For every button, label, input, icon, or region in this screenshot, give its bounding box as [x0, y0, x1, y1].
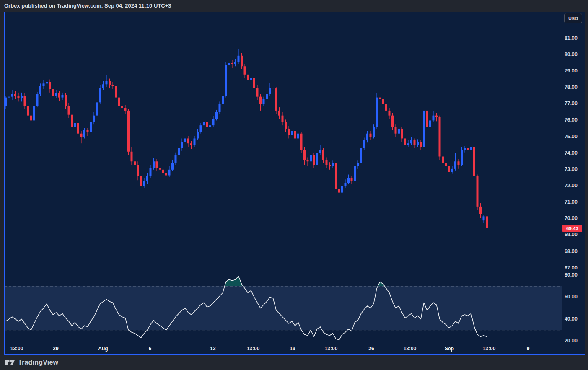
candle-down	[395, 127, 397, 134]
candle-down	[303, 150, 306, 160]
price-tick-label: 73.00	[565, 166, 578, 172]
candle-up	[470, 147, 472, 150]
candle-up	[8, 97, 10, 98]
candle-up	[106, 81, 108, 84]
candle-up	[178, 148, 180, 155]
candle-down	[80, 134, 83, 137]
candle-up	[197, 132, 199, 139]
candle-up	[357, 163, 359, 166]
candle-up	[11, 94, 13, 97]
candle-down	[159, 168, 161, 170]
candle-up	[464, 148, 466, 150]
candle-up	[366, 134, 368, 140]
candle-up	[354, 166, 356, 181]
candle-down	[253, 78, 255, 88]
candle-down	[282, 116, 284, 122]
candle-up	[143, 181, 145, 186]
candle-down	[435, 116, 438, 117]
candle-up	[297, 134, 299, 139]
time-label: Sep	[445, 346, 454, 352]
candle-down	[165, 173, 167, 176]
candle-up	[423, 111, 425, 147]
candle-down	[162, 170, 164, 173]
time-label: 9	[527, 346, 530, 352]
candle-down	[65, 95, 67, 106]
candle-up	[407, 143, 409, 145]
candle-up	[36, 94, 39, 106]
candle-up	[310, 155, 312, 162]
candle-up	[225, 65, 227, 96]
candle-down	[52, 89, 54, 96]
rsi-tick-label: 60.00	[565, 294, 578, 300]
candle-down	[24, 96, 26, 106]
candle-up	[410, 140, 412, 143]
time-label: 19	[290, 346, 295, 352]
candle-down	[389, 111, 391, 116]
candle-up	[62, 95, 64, 98]
candle-up	[429, 120, 431, 127]
candle-up	[250, 78, 252, 80]
candle-up	[150, 168, 152, 176]
candle-down	[370, 134, 372, 137]
candle-down	[140, 176, 142, 186]
candle-down	[385, 104, 387, 111]
price-tick-label: 68.00	[565, 248, 578, 254]
candle-down	[414, 140, 416, 145]
price-tick-label: 79.00	[565, 68, 578, 74]
candle-down	[134, 161, 136, 165]
candle-down	[156, 161, 158, 168]
time-label: 26	[368, 346, 374, 352]
candle-up	[332, 163, 334, 166]
candle-down	[58, 93, 60, 98]
candle-down	[391, 116, 394, 127]
candle-down	[68, 106, 70, 115]
candle-up	[181, 142, 183, 148]
candle-down	[131, 152, 133, 161]
candle-down	[338, 189, 340, 193]
time-label: 6	[149, 346, 152, 352]
candle-down	[288, 129, 290, 135]
candle-down	[275, 88, 277, 111]
candle-down	[445, 163, 447, 166]
candle-down	[71, 115, 73, 127]
price-tick-label: 72.00	[565, 183, 578, 189]
candle-up	[46, 82, 48, 83]
candle-down	[420, 142, 422, 147]
candle-up	[39, 86, 41, 94]
candle-down	[401, 129, 403, 138]
candle-up	[99, 88, 101, 102]
candle-up	[363, 140, 365, 148]
rsi-tick-label: 40.00	[565, 316, 578, 322]
candle-down	[14, 94, 16, 96]
candle-up	[153, 161, 155, 168]
candle-down	[121, 106, 123, 108]
candle-down	[326, 160, 328, 165]
candle-down	[272, 88, 274, 88]
candle-down	[231, 63, 233, 64]
candle-down	[335, 163, 337, 189]
candle-up	[33, 106, 35, 120]
candle-up	[319, 150, 321, 153]
candle-down	[477, 176, 479, 206]
candle-up	[483, 216, 485, 220]
tradingview-logo-icon[interactable]	[5, 359, 15, 366]
candle-up	[238, 56, 240, 62]
candle-down	[112, 85, 114, 86]
candle-down	[256, 88, 259, 97]
time-label: 13:00	[325, 346, 338, 352]
candle-down	[30, 116, 32, 121]
candle-down	[439, 117, 441, 157]
candle-down	[426, 111, 428, 127]
candle-down	[118, 98, 120, 106]
rsi-tick-label: 80.00	[565, 272, 578, 278]
candle-down	[448, 166, 450, 172]
candle-up	[341, 186, 343, 193]
candle-up	[269, 88, 271, 94]
candle-down	[300, 134, 303, 150]
tradingview-brand-text[interactable]: TradingView	[18, 359, 58, 366]
candle-up	[146, 176, 148, 181]
candle-down	[479, 207, 482, 214]
candle-up	[215, 112, 218, 119]
time-label: 13:00	[10, 346, 23, 352]
candle-down	[442, 157, 444, 163]
